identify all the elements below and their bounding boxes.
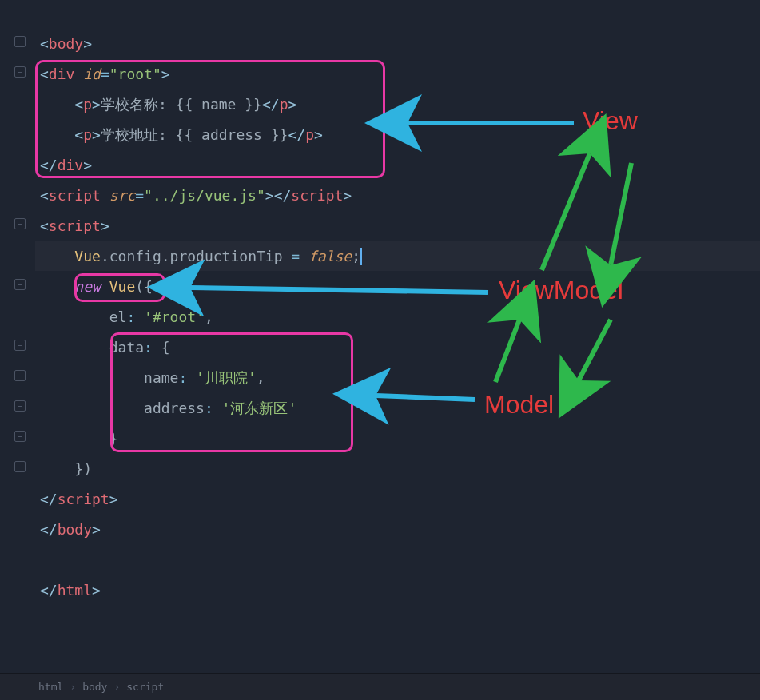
- svg-line-5: [495, 320, 519, 382]
- code-line[interactable]: <script src="../js/vue.js"></script>: [40, 181, 352, 211]
- fold-icon[interactable]: [14, 431, 26, 442]
- chevron-right-icon: ›: [70, 681, 76, 693]
- code-line[interactable]: </script>: [40, 484, 118, 515]
- fold-icon[interactable]: [14, 279, 26, 290]
- chevron-right-icon: ›: [113, 681, 120, 693]
- label-viewmodel: ViewModel: [499, 276, 623, 305]
- code-line[interactable]: el: '#root',: [40, 302, 213, 332]
- fold-icon[interactable]: [14, 400, 26, 412]
- code-line[interactable]: }: [40, 424, 118, 454]
- svg-line-6: [579, 320, 611, 380]
- code-line[interactable]: <body>: [40, 29, 92, 59]
- breadcrumb-item[interactable]: html: [38, 681, 63, 693]
- label-model: Model: [484, 390, 554, 420]
- annotation-box-viewmodel: [74, 273, 165, 302]
- breadcrumb-item[interactable]: script: [126, 681, 164, 693]
- fold-icon[interactable]: [14, 461, 26, 472]
- svg-line-2: [376, 396, 475, 400]
- code-line[interactable]: </body>: [40, 515, 101, 545]
- breadcrumb[interactable]: html › body › script: [0, 673, 760, 700]
- fold-icon[interactable]: [14, 340, 26, 351]
- code-line[interactable]: </html>: [40, 575, 101, 606]
- fold-icon[interactable]: [14, 370, 26, 381]
- fold-icon[interactable]: [14, 66, 26, 78]
- code-line[interactable]: }): [40, 454, 92, 484]
- code-line[interactable]: Vue.config.productionTip = false;: [40, 241, 362, 272]
- annotation-box-view: [35, 60, 385, 178]
- breadcrumb-item[interactable]: body: [82, 681, 107, 693]
- fold-icon[interactable]: [14, 36, 26, 47]
- fold-icon[interactable]: [14, 218, 26, 229]
- label-view: View: [583, 106, 638, 136]
- cursor: [360, 248, 362, 265]
- svg-line-1: [190, 288, 488, 292]
- gutter: [0, 0, 35, 647]
- annotation-box-model: [110, 332, 353, 452]
- code-line[interactable]: <script>: [40, 211, 109, 241]
